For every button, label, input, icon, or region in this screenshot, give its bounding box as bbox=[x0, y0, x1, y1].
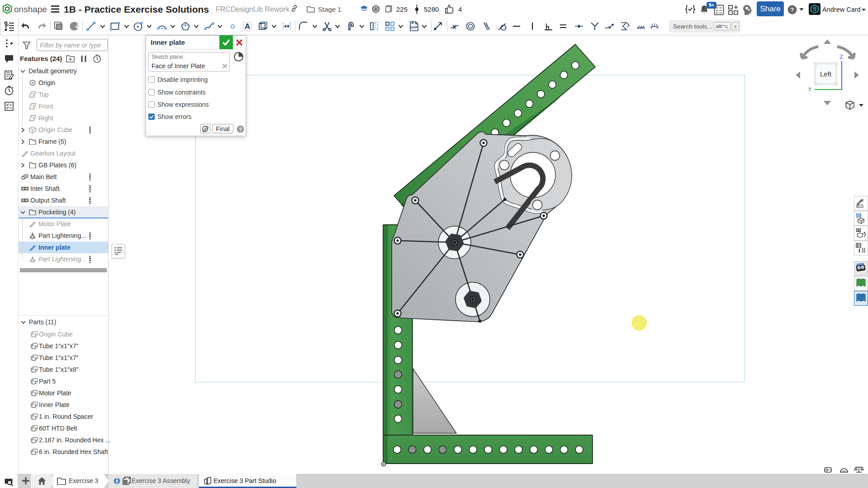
svg-text:?: ? bbox=[239, 127, 242, 132]
svg-text:Z: Z bbox=[840, 54, 843, 60]
svg-text:Y: Y bbox=[808, 86, 812, 93]
